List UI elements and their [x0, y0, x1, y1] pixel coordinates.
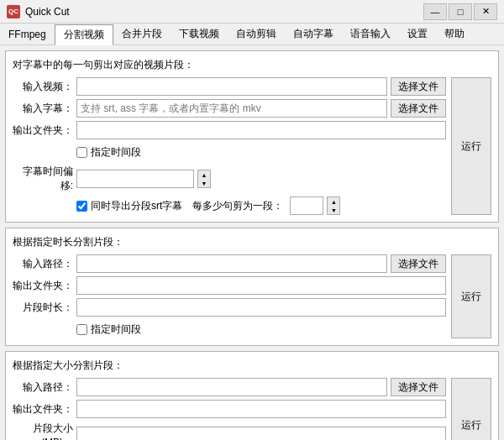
export-srt-checkbox-row: 同时导出分段srt字幕 [76, 199, 182, 213]
panel2-duration-row: 片段时长： [13, 298, 446, 317]
specify-time-checkbox-row: 指定时间段 [76, 145, 141, 160]
menu-item-auto-cut[interactable]: 自动剪辑 [228, 24, 285, 45]
title-bar: QC Quick Cut — □ ✕ [0, 0, 504, 24]
panel3-size-field[interactable] [76, 427, 446, 440]
panel2-specify-time-checkbox-row: 指定时间段 [76, 322, 141, 337]
panel3-output-folder-label: 输出文件夹： [13, 402, 73, 416]
panel2-body: 输入路径： 选择文件 输出文件夹： 片段时长： 指定时间段 [13, 254, 491, 338]
maximize-button[interactable]: □ [449, 3, 472, 20]
split-value-input[interactable]: 1 [290, 196, 323, 215]
panel2-input-path-field[interactable] [76, 254, 387, 273]
panel3-input-path-label: 输入路径： [13, 380, 73, 395]
panel2-specify-time-checkbox[interactable] [76, 324, 87, 335]
menu-item-voice-input[interactable]: 语音输入 [342, 24, 399, 45]
panel2-output-folder-row: 输出文件夹： [13, 276, 446, 295]
minimize-button[interactable]: — [423, 3, 447, 20]
video-input-row: 输入视频： 选择文件 [13, 77, 446, 96]
subtitle-split-panel: 对字幕中的每一句剪出对应的视频片段： 输入视频： 选择文件 输入字幕： 选择文件 [5, 50, 499, 223]
split-up[interactable]: ▲ [328, 197, 339, 206]
specify-time-row1: 指定时间段 [13, 143, 446, 161]
app-icon: QC [7, 5, 20, 18]
panel3-select-file-button[interactable]: 选择文件 [391, 378, 446, 396]
panel2-input-path-label: 输入路径： [13, 257, 73, 271]
export-srt-checkbox[interactable] [76, 201, 87, 212]
panel2-output-folder-field[interactable] [76, 276, 446, 295]
output-folder-row: 输出文件夹： [13, 121, 446, 139]
panel2-specify-time-label: 指定时间段 [91, 322, 141, 337]
subtitle-input-row: 输入字幕： 选择文件 [13, 99, 446, 118]
panel3-input-path-field[interactable] [76, 378, 387, 396]
menu-item-settings[interactable]: 设置 [399, 24, 436, 45]
size-split-panel: 根据指定大小分割片段： 输入路径： 选择文件 输出文件夹： 片段大小(MB)： [5, 351, 499, 440]
video-input-field[interactable] [76, 77, 387, 96]
subtitle-input-label: 输入字幕： [13, 102, 73, 116]
specify-time-checkbox1[interactable] [76, 147, 87, 158]
video-input-label: 输入视频： [13, 80, 73, 94]
panel3-output-folder-row: 输出文件夹： [13, 400, 446, 418]
content-area: 对字幕中的每一句剪出对应的视频片段： 输入视频： 选择文件 输入字幕： 选择文件 [0, 45, 504, 440]
close-button[interactable]: ✕ [474, 3, 497, 20]
split-down[interactable]: ▼ [328, 206, 339, 214]
export-srt-row: 同时导出分段srt字幕 每多少句剪为一段： 1 ▲ ▼ [13, 196, 446, 215]
panel1-title: 对字幕中的每一句剪出对应的视频片段： [13, 58, 491, 72]
time-offset-down[interactable]: ▼ [198, 179, 210, 187]
subtitle-select-file-button[interactable]: 选择文件 [391, 99, 446, 118]
panel3-run-button[interactable]: 运行 [451, 378, 491, 440]
time-offset-up[interactable]: ▲ [198, 170, 210, 179]
window-controls: — □ ✕ [423, 3, 497, 20]
panel1-body: 输入视频： 选择文件 输入字幕： 选择文件 输出文件夹： [13, 77, 491, 215]
menu-item-download-video[interactable]: 下载视频 [171, 24, 228, 45]
panel2-title: 根据指定时长分割片段： [13, 235, 491, 249]
panel2-duration-label: 片段时长： [13, 301, 73, 315]
panel3-size-row: 片段大小(MB)： [13, 422, 446, 440]
menu-bar: FFmpeg 分割视频 合并片段 下载视频 自动剪辑 自动字幕 语音输入 设置 … [0, 24, 504, 45]
panel3-output-folder-field[interactable] [76, 400, 446, 418]
time-offset-row: 字幕时间偏移: 0.00 ▲ ▼ [13, 165, 446, 193]
panel3-body: 输入路径： 选择文件 输出文件夹： 片段大小(MB)： 指定时间段 [13, 378, 491, 440]
menu-item-split-video[interactable]: 分割视频 [55, 24, 113, 45]
subtitle-input-field[interactable] [76, 99, 387, 118]
panel2-output-folder-label: 输出文件夹： [13, 279, 73, 293]
panel3-fields: 输入路径： 选择文件 输出文件夹： 片段大小(MB)： 指定时间段 [13, 378, 446, 440]
menu-item-help[interactable]: 帮助 [436, 24, 473, 45]
panel2-fields: 输入路径： 选择文件 输出文件夹： 片段时长： 指定时间段 [13, 254, 446, 338]
panel3-size-label: 片段大小(MB)： [13, 422, 73, 440]
specify-time-label1: 指定时间段 [91, 145, 141, 160]
time-offset-spinner: ▲ ▼ [197, 170, 211, 188]
window-title: Quick Cut [25, 6, 423, 18]
panel2-input-path-row: 输入路径： 选择文件 [13, 254, 446, 273]
panel2-specify-time-row: 指定时间段 [13, 320, 446, 338]
panel2-duration-field[interactable] [76, 298, 446, 317]
time-offset-input[interactable]: 0.00 [76, 170, 194, 188]
menu-item-auto-subtitle[interactable]: 自动字幕 [285, 24, 342, 45]
panel3-title: 根据指定大小分割片段： [13, 359, 491, 373]
output-folder-field[interactable] [76, 121, 446, 139]
split-label: 每多少句剪为一段： [192, 199, 283, 213]
panel1-run-button[interactable]: 运行 [451, 77, 491, 215]
panel2-select-file-button[interactable]: 选择文件 [391, 254, 446, 273]
split-spinner: ▲ ▼ [327, 196, 340, 215]
menu-item-merge-clips[interactable]: 合并片段 [113, 24, 171, 45]
panel2-run-button[interactable]: 运行 [451, 254, 491, 338]
time-offset-control: 0.00 ▲ ▼ [76, 170, 211, 188]
export-srt-label: 同时导出分段srt字幕 [91, 199, 182, 213]
video-select-file-button[interactable]: 选择文件 [391, 77, 446, 96]
panel3-input-path-row: 输入路径： 选择文件 [13, 378, 446, 396]
menu-item-ffmpeg[interactable]: FFmpeg [0, 24, 55, 45]
output-folder-label: 输出文件夹： [13, 123, 73, 138]
panel1-fields: 输入视频： 选择文件 输入字幕： 选择文件 输出文件夹： [13, 77, 446, 215]
time-offset-label: 字幕时间偏移: [13, 165, 73, 193]
duration-split-panel: 根据指定时长分割片段： 输入路径： 选择文件 输出文件夹： 片段时长： [5, 228, 499, 346]
